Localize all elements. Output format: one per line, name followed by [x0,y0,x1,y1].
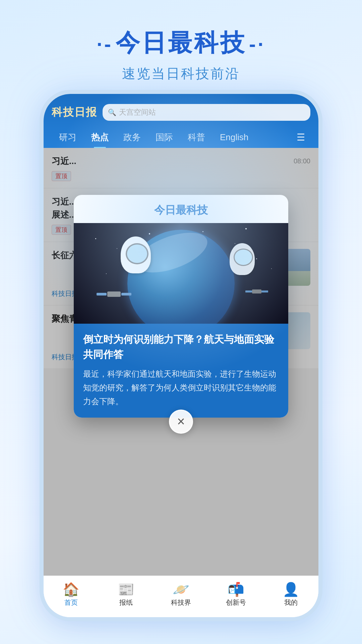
newspaper-label: 报纸 [119,598,133,607]
close-button[interactable] [169,410,193,434]
bottom-nav-newspaper[interactable]: 📰 报纸 [99,583,154,607]
newspaper-icon: 📰 [118,583,134,596]
main-title: 今日最科技 [97,27,265,59]
bottom-nav-planet[interactable]: 🪐 科技界 [154,583,208,607]
bottom-nav-home[interactable]: 🏠 首页 [44,583,99,607]
planet-icon: 🪐 [173,583,189,596]
home-label: 首页 [64,598,78,607]
planet-label: 科技界 [171,598,191,607]
profile-label: 我的 [284,598,298,607]
bottom-nav-innovation[interactable]: 📬 创新号 [208,583,263,607]
innovation-icon: 📬 [228,583,244,596]
home-icon: 🏠 [63,583,79,596]
profile-icon: 👤 [283,583,299,596]
bottom-nav-profile[interactable]: 👤 我的 [263,583,318,607]
subtitle: 速览当日科技前沿 [0,64,362,83]
bottom-nav: 🏠 首页 📰 报纸 🪐 科技界 📬 创新号 👤 我的 [44,576,318,617]
innovation-label: 创新号 [226,598,246,607]
